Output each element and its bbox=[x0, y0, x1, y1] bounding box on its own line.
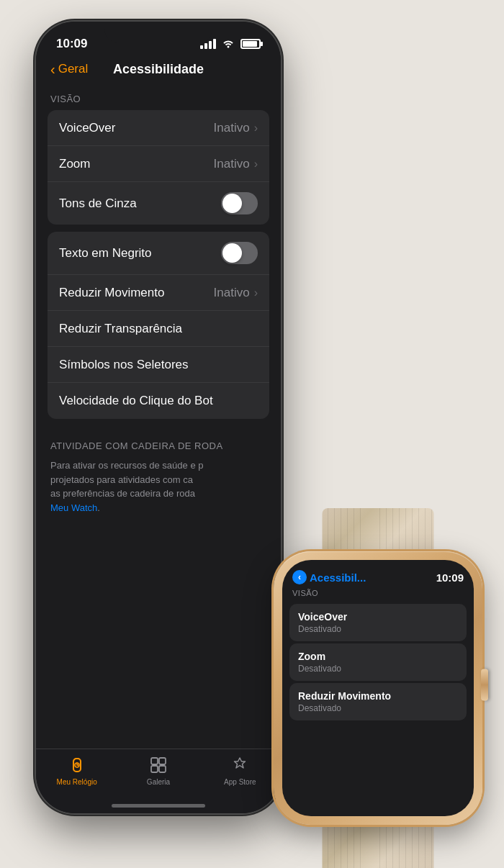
section-header-visao: VISÃO bbox=[36, 91, 281, 110]
watch-case: ‹ Acessibil... 10:09 VISÃO VoiceOver Des… bbox=[274, 551, 482, 825]
reduzir-transparencia-label: Reduzir Transparência bbox=[59, 322, 182, 336]
watch-zoom-sub: Desativado bbox=[298, 664, 458, 674]
watch-time: 10:09 bbox=[436, 571, 464, 584]
wheelchair-title: ATIVIDADE COM CADEIRA DE RODA bbox=[50, 440, 266, 451]
wheelchair-section: ATIVIDADE COM CADEIRA DE RODA Para ativa… bbox=[36, 440, 281, 515]
back-button[interactable]: ‹ Geral bbox=[50, 62, 88, 76]
watch-voiceover-sub: Desativado bbox=[298, 624, 458, 634]
status-time: 10:09 bbox=[56, 37, 87, 51]
watch-back-chevron-icon: ‹ bbox=[292, 570, 307, 584]
nav-bar: ‹ Geral Acessibilidade bbox=[36, 56, 281, 76]
watch-back-button[interactable]: ‹ Acessibil... bbox=[292, 570, 366, 584]
voiceover-right: Inativo › bbox=[214, 121, 258, 135]
list-item[interactable]: Reduzir Movimento Desativado bbox=[289, 683, 467, 720]
voiceover-label: VoiceOver bbox=[59, 121, 115, 135]
reduzir-movimento-right: Inativo › bbox=[214, 286, 258, 300]
tab-meu-relogio[interactable]: Meu Relógio bbox=[36, 755, 117, 786]
svg-rect-5 bbox=[159, 758, 166, 764]
watch-crown bbox=[481, 669, 488, 701]
reduzir-movimento-label: Reduzir Movimento bbox=[59, 286, 164, 300]
page-title: Acessibilidade bbox=[113, 62, 204, 77]
zoom-right: Inativo › bbox=[214, 157, 258, 171]
settings-group-second: Texto em Negrito Reduzir Movimento Inati… bbox=[48, 232, 269, 419]
watch-face-icon bbox=[67, 755, 87, 775]
watch-back-label: Acessibil... bbox=[310, 571, 366, 584]
list-item[interactable]: VoiceOver Inativo › bbox=[48, 110, 269, 146]
texto-negrito-label: Texto em Negrito bbox=[59, 246, 152, 261]
iphone-screen: 10:09 ‹ bbox=[36, 22, 281, 813]
tab-meu-relogio-label: Meu Relógio bbox=[57, 778, 97, 786]
content-area: VISÃO VoiceOver Inativo › Zoom Inativo › bbox=[36, 76, 281, 515]
watch-reduzir-titulo: Reduzir Movimento bbox=[298, 690, 458, 702]
list-item[interactable]: Reduzir Movimento Inativo › bbox=[48, 275, 269, 311]
wheelchair-link[interactable]: Meu Watch bbox=[50, 502, 97, 513]
tab-app-store[interactable]: App Store bbox=[199, 755, 281, 786]
iphone-device: 10:09 ‹ bbox=[36, 22, 281, 813]
svg-rect-6 bbox=[151, 766, 158, 772]
chevron-right-icon: › bbox=[254, 286, 258, 299]
status-icons bbox=[200, 38, 261, 50]
battery-icon bbox=[240, 39, 261, 49]
tons-cinza-toggle[interactable] bbox=[221, 192, 258, 214]
voiceover-value: Inativo bbox=[214, 121, 250, 135]
wheelchair-text: Para ativar os recursos de saúde e p pro… bbox=[50, 458, 266, 515]
iphone-notch bbox=[104, 22, 212, 43]
tab-galeria[interactable]: Galeria bbox=[117, 755, 199, 786]
list-item[interactable]: Símbolos nos Seletores bbox=[48, 347, 269, 383]
apple-watch: ‹ Acessibil... 10:09 VISÃO VoiceOver Des… bbox=[274, 551, 482, 825]
grid-icon bbox=[148, 755, 168, 775]
chevron-right-icon: › bbox=[254, 158, 258, 171]
list-item[interactable]: Velocidade do Clique do Bot bbox=[48, 383, 269, 419]
tab-app-store-label: App Store bbox=[224, 778, 256, 786]
watch-header: ‹ Acessibil... 10:09 bbox=[282, 560, 474, 589]
watch-zoom-title: Zoom bbox=[298, 651, 458, 662]
list-item[interactable]: Zoom Desativado bbox=[289, 643, 467, 681]
watch-section-header: VISÃO bbox=[282, 589, 474, 602]
reduzir-movimento-value: Inativo bbox=[214, 286, 250, 300]
zoom-label: Zoom bbox=[59, 157, 90, 171]
svg-rect-7 bbox=[159, 766, 166, 772]
list-item[interactable]: VoiceOver Desativado bbox=[289, 604, 467, 641]
list-item[interactable]: Tons de Cinza bbox=[48, 182, 269, 225]
texto-negrito-toggle[interactable] bbox=[221, 242, 258, 264]
svg-rect-4 bbox=[151, 758, 158, 764]
tab-galeria-label: Galeria bbox=[147, 778, 170, 786]
wifi-icon bbox=[222, 38, 235, 50]
list-item[interactable]: Texto em Negrito bbox=[48, 232, 269, 275]
velocidade-clique-label: Velocidade do Clique do Bot bbox=[59, 394, 213, 408]
list-item[interactable]: Zoom Inativo › bbox=[48, 146, 269, 182]
settings-group-visao: VoiceOver Inativo › Zoom Inativo › Tons … bbox=[48, 110, 269, 225]
tons-cinza-label: Tons de Cinza bbox=[59, 196, 137, 211]
app-store-icon bbox=[230, 755, 250, 775]
home-indicator bbox=[112, 804, 205, 808]
chevron-right-icon: › bbox=[254, 122, 258, 135]
watch-voiceover-title: VoiceOver bbox=[298, 611, 458, 623]
list-item[interactable]: Reduzir Transparência bbox=[48, 311, 269, 347]
zoom-value: Inativo bbox=[214, 157, 250, 171]
watch-reduzir-sub: Desativado bbox=[298, 703, 458, 713]
watch-screen: ‹ Acessibil... 10:09 VISÃO VoiceOver Des… bbox=[282, 560, 474, 816]
simbolos-seletores-label: Símbolos nos Seletores bbox=[59, 358, 189, 372]
